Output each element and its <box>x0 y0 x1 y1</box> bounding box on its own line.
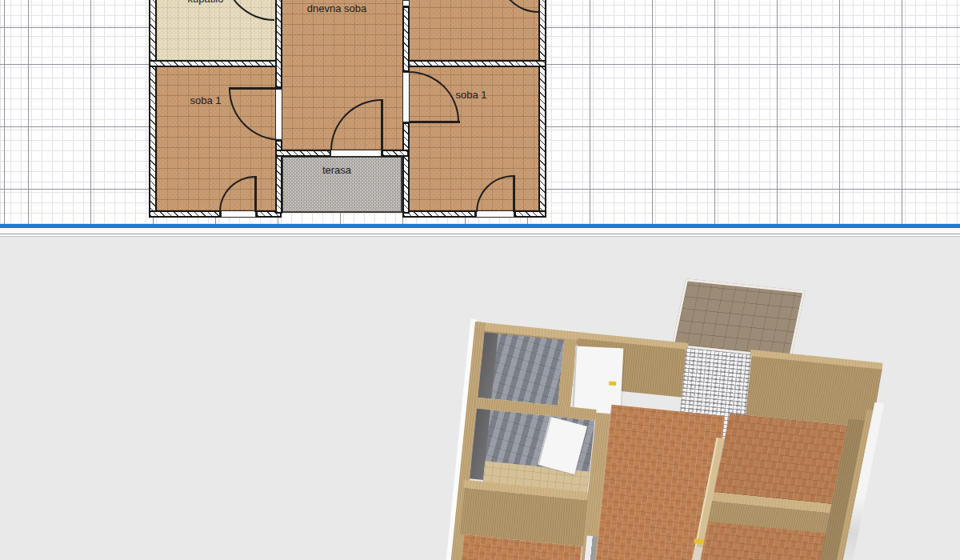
room-top-right[interactable] <box>409 0 538 60</box>
door-sill <box>330 150 382 157</box>
splitter-gap <box>0 228 960 234</box>
room3d-right-floor <box>714 414 849 505</box>
room-label-dnevna-soba: dnevna soba <box>307 2 366 14</box>
room-label-soba1-right: soba 1 <box>455 89 486 101</box>
terrace-3d <box>672 278 806 358</box>
wall-mid-right-upper[interactable] <box>402 6 410 72</box>
application-window: kupatilo dnevna soba soba 1 soba 1 teras… <box>0 0 960 560</box>
door-sill <box>402 0 410 6</box>
wall-right-horizontal[interactable] <box>402 60 546 67</box>
wall-bottom-3[interactable] <box>402 210 476 218</box>
wall-left[interactable] <box>149 0 157 217</box>
white-door-open <box>572 346 623 414</box>
wall-right[interactable] <box>538 0 546 217</box>
wall-kupatilo-bottom[interactable] <box>149 60 282 67</box>
house-3d[interactable] <box>446 322 883 560</box>
wall-bottom-4[interactable] <box>514 210 546 218</box>
door-handle-marker <box>609 382 616 386</box>
wall-dnevna-bottom-1[interactable] <box>275 150 331 157</box>
wall-bottom-1[interactable] <box>149 210 221 218</box>
wall-mid-left-upper[interactable] <box>275 0 282 88</box>
selection-marker <box>694 538 704 544</box>
view-3d-canvas[interactable] <box>0 237 960 560</box>
wall-dnevna-bottom-2[interactable] <box>382 150 409 157</box>
room-label-soba1-left: soba 1 <box>190 94 221 106</box>
room-label-terasa: terasa <box>322 164 351 176</box>
wall-mid-right-lower[interactable] <box>402 122 410 214</box>
plan-2d-canvas[interactable]: kupatilo dnevna soba soba 1 soba 1 teras… <box>0 0 960 224</box>
room-label-kupatilo: kupatilo <box>188 0 224 5</box>
panel-border-line <box>0 234 960 234</box>
